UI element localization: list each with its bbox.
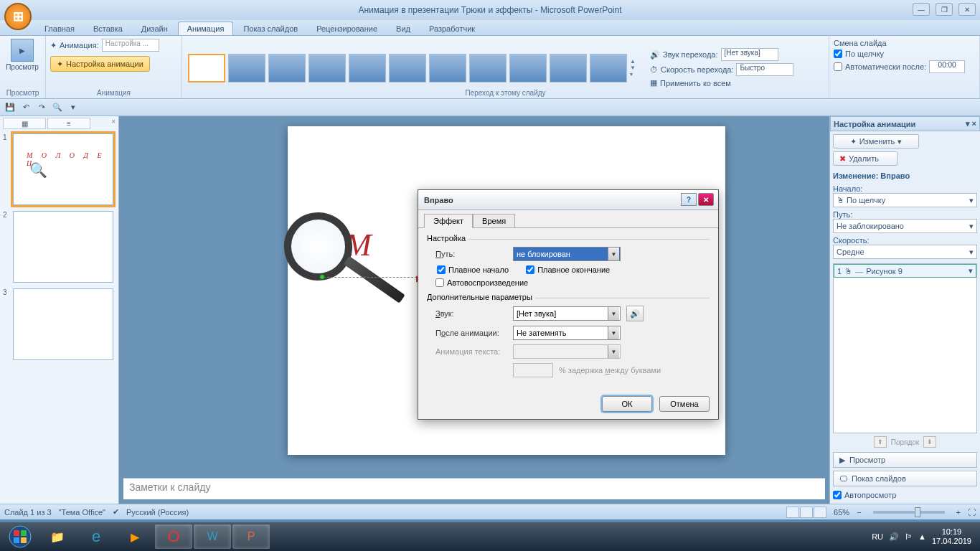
tab-home[interactable]: Главная [36,22,83,35]
close-button[interactable]: ✕ [958,3,976,16]
sound-volume-button[interactable]: 🔊 [626,306,644,321]
transition-item[interactable] [429,54,466,83]
tray-network-icon[interactable]: 🔊 [889,532,899,542]
dialog-tab-effect[interactable]: Эффект [424,214,473,228]
pane-close-icon[interactable]: × [972,119,976,128]
taskbar-word[interactable]: W [194,524,231,549]
slide-thumbnail-3[interactable] [13,288,113,360]
sorter-view-button[interactable] [800,507,813,518]
tab-insert[interactable]: Вставка [85,22,131,35]
speed-dropdown[interactable]: Средне▾ [833,245,977,259]
dialog-help-button[interactable]: ? [681,193,697,206]
restore-button[interactable]: ❐ [936,3,953,16]
chevron-down-icon[interactable]: ▾ [969,266,973,276]
transition-item[interactable] [550,54,587,83]
taskbar-explorer[interactable]: 📁 [39,524,76,549]
preview-button[interactable]: ▶ Просмотр [4,39,40,71]
taskbar-media[interactable]: ▶ [116,524,154,549]
path-dropdown[interactable]: Не заблокировано▾ [833,219,977,233]
tab-review[interactable]: Рецензирование [308,22,386,35]
dlg-sound-dropdown[interactable]: [Нет звука] ▼ [513,306,621,321]
transition-gallery[interactable]: ▲▼▾ [187,51,641,85]
reorder-down-button[interactable]: ⬇ [923,436,936,448]
auto-reverse-checkbox[interactable] [435,278,444,287]
magnifier-shape[interactable] [278,207,357,286]
tab-slideshow[interactable]: Показ слайдов [235,22,306,35]
redo-icon[interactable]: ↷ [36,102,47,113]
slideshow-view-button[interactable] [814,507,826,518]
smooth-start-label: Плавное начало [448,265,509,274]
reorder-up-button[interactable]: ⬆ [874,436,887,448]
taskbar-ie[interactable]: e [77,524,115,549]
qat-icon[interactable]: 🔍 [52,102,63,113]
dialog-cancel-button[interactable]: Отмена [659,396,710,412]
tab-animations[interactable]: Анимация [178,22,234,35]
fit-window-button[interactable]: ⛶ [968,508,976,517]
save-icon[interactable]: 💾 [4,102,16,113]
transition-none[interactable] [188,54,225,83]
dialog-close-button[interactable]: ✕ [698,193,714,206]
remove-effect-button[interactable]: ✖ Удалить [833,151,897,166]
smooth-end-checkbox[interactable] [526,265,534,274]
dialog-ok-button[interactable]: ОК [602,396,652,412]
tray-clock[interactable]: 10:19 17.04.2019 [932,527,971,546]
transition-speed-dropdown[interactable]: Быстро [736,63,793,76]
dialog-tab-timing[interactable]: Время [473,214,515,228]
notes-area[interactable]: Заметки к слайду [123,478,825,499]
autopreview-checkbox[interactable] [833,491,842,499]
minimize-button[interactable]: — [913,3,930,16]
auto-after-time[interactable]: 00:00 [929,60,965,73]
transition-item[interactable] [268,54,306,83]
transition-item[interactable] [228,54,265,83]
transition-sound-dropdown[interactable]: [Нет звука] [721,48,778,61]
taskbar-powerpoint[interactable]: P [232,524,270,549]
undo-icon[interactable]: ↶ [20,102,32,113]
office-button[interactable]: ⊞ [4,3,32,30]
slide-thumbnail-2[interactable] [13,211,113,283]
gallery-more-button[interactable]: ▲▼▾ [630,54,640,83]
tab-developer[interactable]: Разработчик [420,22,484,35]
animation-dropdown[interactable]: Настройка ... [102,39,159,52]
auto-after-checkbox[interactable] [834,62,842,71]
qat-more-icon[interactable]: ▾ [67,102,79,113]
play-animation-button[interactable]: ▶ Просмотр [833,452,977,468]
zoom-out-button[interactable]: − [857,508,861,517]
language-indicator[interactable]: Русский (Россия) [126,508,189,517]
panel-close-icon[interactable]: × [111,118,116,129]
transition-item[interactable] [349,54,386,83]
dlg-after-dropdown[interactable]: Не затемнять ▼ [513,326,621,340]
transition-item[interactable] [509,54,547,83]
slideshow-button[interactable]: 🖵 Показ слайдов [833,471,977,486]
pane-dropdown-icon[interactable]: ▾ [966,119,970,128]
tab-view[interactable]: Вид [387,22,419,35]
smooth-start-checkbox[interactable] [437,265,446,274]
on-click-checkbox[interactable] [834,50,842,58]
slides-tab[interactable]: ▦ [3,118,46,129]
spellcheck-icon[interactable]: ✔ [113,507,119,517]
dlg-path-dropdown[interactable]: не блокирован ▼ [513,247,621,261]
tray-language[interactable]: RU [872,532,883,541]
custom-animation-button[interactable]: ✦ Настройка анимации [50,56,150,72]
animation-list-item[interactable]: 1 🖱 — Рисунок 9 ▾ [834,264,976,278]
apply-to-all-button[interactable]: ▦ Применить ко всем [650,78,793,88]
mouse-icon: 🖱 [844,267,852,276]
start-trigger-dropdown[interactable]: 🖱 По щелчку▾ [833,193,977,207]
dialog-titlebar[interactable]: Вправо ? ✕ [418,190,718,210]
slide-thumbnail-1[interactable]: М О Л О Д Е Ц 🔍 [13,133,113,205]
transition-item[interactable] [389,54,426,83]
tab-design[interactable]: Дизайн [133,22,176,35]
zoom-in-button[interactable]: + [956,508,961,517]
transition-item[interactable] [590,54,627,83]
zoom-slider[interactable] [873,511,945,514]
transition-item[interactable] [469,54,507,83]
motion-path[interactable]: ▶ [324,277,417,278]
start-button[interactable] [3,524,37,550]
change-effect-button[interactable]: ✦ Изменить ▾ [833,134,919,149]
chevron-down-icon: ▾ [969,248,974,257]
tray-flag-icon[interactable]: 🏳 [905,532,913,541]
transition-item[interactable] [308,54,346,83]
normal-view-button[interactable] [786,507,799,518]
tray-action-icon[interactable]: ▲ [918,532,926,541]
taskbar-opera[interactable]: O [155,524,192,549]
outline-tab[interactable]: ≡ [47,118,90,129]
